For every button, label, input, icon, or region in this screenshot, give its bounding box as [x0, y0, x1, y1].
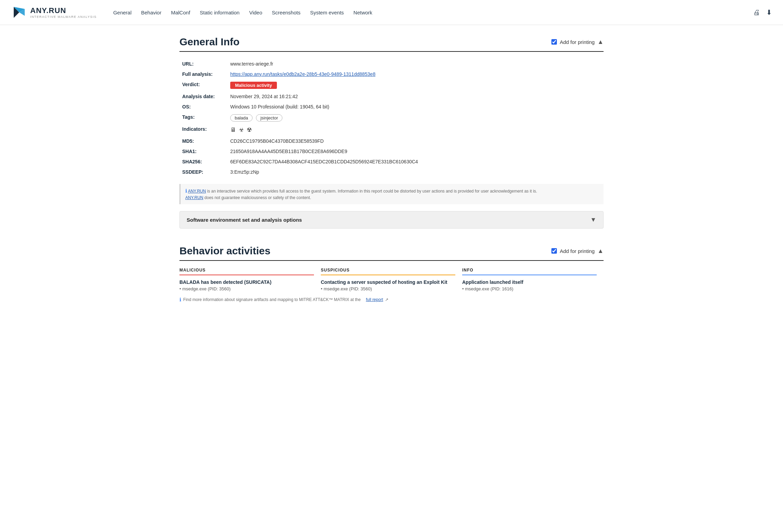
behavior-actions: Add for printing ▲	[551, 247, 604, 255]
footer-info-icon: ℹ	[179, 297, 181, 302]
verdict-badge: Malicious activity	[230, 82, 277, 89]
info-item-0: Application launched itself • msedge.exe…	[462, 279, 597, 291]
sha256-value: 6EF6DE83A2C92C7DA44B308ACF415EDC20B1CDD4…	[227, 157, 604, 167]
general-info-print-checkbox[interactable]	[551, 39, 557, 45]
activity-col-suspicious: SUSPICIOUS Contacting a server suspected…	[321, 268, 462, 291]
info-item-0-sub: • msedge.exe (PID: 1616)	[462, 286, 597, 291]
md5-row: MD5: CD26CC19795B04C4370BDE33E58539FD	[179, 136, 604, 146]
verdict-row: Verdict: Malicious activity	[179, 79, 604, 91]
indicator-icons: 🖥 ☣ ☢	[230, 126, 601, 134]
nav-system-events[interactable]: System events	[310, 10, 344, 15]
disclaimer-info-icon: ℹ	[185, 188, 187, 194]
behavior-footer: ℹ Find more information about signature …	[179, 297, 604, 302]
full-analysis-row: Full analysis: https://app.any.run/tasks…	[179, 69, 604, 79]
sha1-row: SHA1: 21650A918AA4AA45D5EB11B17B0CE2E8A6…	[179, 146, 604, 157]
behavior-title: Behavior activities	[179, 245, 270, 257]
analysis-date-row: Analysis date: November 29, 2024 at 16:2…	[179, 91, 604, 102]
behavior-collapse-icon[interactable]: ▲	[597, 247, 604, 255]
indicators-row: Indicators: 🖥 ☣ ☢	[179, 124, 604, 136]
general-info-header: General Info Add for printing ▲	[179, 36, 604, 52]
indicators-value: 🖥 ☣ ☢	[227, 124, 604, 136]
md5-label: MD5:	[179, 136, 227, 146]
indicators-label: Indicators:	[179, 124, 227, 136]
tags-row: Tags: balada jsinjector	[179, 112, 604, 124]
logo-sub: INTERACTIVE MALWARE ANALYSIS	[30, 15, 97, 19]
nav-behavior[interactable]: Behavior	[141, 10, 161, 15]
general-info-print-label: Add for printing	[560, 39, 595, 45]
url-row: URL: www.terres-ariege.fr	[179, 59, 604, 69]
suspicious-item-0-sub: • msedge.exe (PID: 3560)	[321, 286, 455, 291]
nav-network[interactable]: Network	[353, 10, 372, 15]
analysis-date-value: November 29, 2024 at 16:21:42	[227, 91, 604, 102]
os-row: OS: Windows 10 Professional (build: 1904…	[179, 102, 604, 112]
disclaimer-text2: does not guarantee maliciousness or safe…	[204, 195, 311, 200]
nav-general[interactable]: General	[113, 10, 131, 15]
indicator-icon-3: ☢	[247, 126, 252, 134]
verdict-label: Verdict:	[179, 79, 227, 91]
malicious-item-0: BALADA has been detected (SURICATA) • ms…	[179, 279, 314, 291]
print-icon[interactable]: 🖨	[753, 9, 760, 16]
nav-screenshots[interactable]: Screenshots	[272, 10, 300, 15]
tags-value: balada jsinjector	[227, 112, 604, 124]
tag-balada[interactable]: balada	[230, 114, 253, 122]
os-label: OS:	[179, 102, 227, 112]
sha1-value: 21650A918AA4AA45D5EB11B17B0CE2E8A696DDE9	[227, 146, 604, 157]
analysis-date-label: Analysis date:	[179, 91, 227, 102]
footer-full-report-link[interactable]: full report	[366, 297, 383, 302]
logo-icon	[11, 4, 27, 21]
logo-name: ANY.RUN	[30, 6, 97, 15]
footer-external-icon: ↗	[385, 297, 388, 302]
info-item-0-title: Application launched itself	[462, 279, 597, 285]
general-info-title: General Info	[179, 36, 239, 48]
tag-jsinjector[interactable]: jsinjector	[256, 114, 282, 122]
url-label: URL:	[179, 59, 227, 69]
malicious-item-0-title: BALADA has been detected (SURICATA)	[179, 279, 314, 285]
logo[interactable]: ANY.RUN INTERACTIVE MALWARE ANALYSIS	[11, 4, 97, 21]
general-info-collapse-icon[interactable]: ▲	[597, 38, 604, 46]
header: ANY.RUN INTERACTIVE MALWARE ANALYSIS Gen…	[0, 0, 783, 25]
suspicious-item-0: Contacting a server suspected of hosting…	[321, 279, 455, 291]
url-value: www.terres-ariege.fr	[227, 59, 604, 69]
activity-col-info: INFO Application launched itself • msedg…	[462, 268, 604, 291]
disclaimer-link2[interactable]: ANY.RUN	[185, 195, 203, 200]
nav-video[interactable]: Video	[249, 10, 262, 15]
indicator-icon-1: 🖥	[230, 127, 236, 134]
info-col-title: INFO	[462, 268, 597, 275]
ssdeep-row: SSDEEP: 3:Emz5p:zNp	[179, 167, 604, 177]
behavior-print-checkbox[interactable]	[551, 248, 557, 254]
malicious-col-title: MALICIOUS	[179, 268, 314, 275]
software-env-chevron: ▼	[590, 216, 596, 223]
nav-static-information[interactable]: Static information	[200, 10, 239, 15]
md5-value: CD26CC19795B04C4370BDE33E58539FD	[227, 136, 604, 146]
full-analysis-label: Full analysis:	[179, 69, 227, 79]
main-content: General Info Add for printing ▲ URL: www…	[168, 25, 615, 313]
software-env-collapsible[interactable]: Software environment set and analysis op…	[179, 211, 604, 229]
header-actions: 🖨 ⬇	[753, 8, 772, 16]
nav-malconf[interactable]: MalConf	[171, 10, 190, 15]
software-env-title: Software environment set and analysis op…	[187, 217, 302, 223]
disclaimer-link1[interactable]: ANY.RUN	[188, 189, 206, 194]
general-info-actions: Add for printing ▲	[551, 38, 604, 46]
sha256-row: SHA256: 6EF6DE83A2C92C7DA44B308ACF415EDC…	[179, 157, 604, 167]
full-analysis-value: https://app.any.run/tasks/e0db2a2e-28b5-…	[227, 69, 604, 79]
ssdeep-value: 3:Emz5p:zNp	[227, 167, 604, 177]
ssdeep-label: SSDEEP:	[179, 167, 227, 177]
general-info-section: General Info Add for printing ▲ URL: www…	[179, 36, 604, 229]
behavior-section: Behavior activities Add for printing ▲ M…	[179, 245, 604, 302]
os-value: Windows 10 Professional (build: 19045, 6…	[227, 102, 604, 112]
download-icon[interactable]: ⬇	[766, 8, 772, 16]
sha256-label: SHA256:	[179, 157, 227, 167]
suspicious-col-title: SUSPICIOUS	[321, 268, 455, 275]
general-info-table: URL: www.terres-ariege.fr Full analysis:…	[179, 59, 604, 177]
malicious-item-0-sub: • msedge.exe (PID: 3560)	[179, 286, 314, 291]
full-analysis-link[interactable]: https://app.any.run/tasks/e0db2a2e-28b5-…	[230, 71, 375, 77]
behavior-header: Behavior activities Add for printing ▲	[179, 245, 604, 261]
suspicious-item-0-title: Contacting a server suspected of hosting…	[321, 279, 455, 285]
tags-label: Tags:	[179, 112, 227, 124]
disclaimer-text1: is an interactive service which provides…	[207, 189, 537, 194]
footer-text: Find more information about signature ar…	[183, 297, 361, 302]
disclaimer: ℹ ANY.RUN is an interactive service whic…	[179, 184, 604, 204]
logo-text: ANY.RUN INTERACTIVE MALWARE ANALYSIS	[30, 6, 97, 19]
activity-columns: MALICIOUS BALADA has been detected (SURI…	[179, 268, 604, 291]
verdict-value: Malicious activity	[227, 79, 604, 91]
